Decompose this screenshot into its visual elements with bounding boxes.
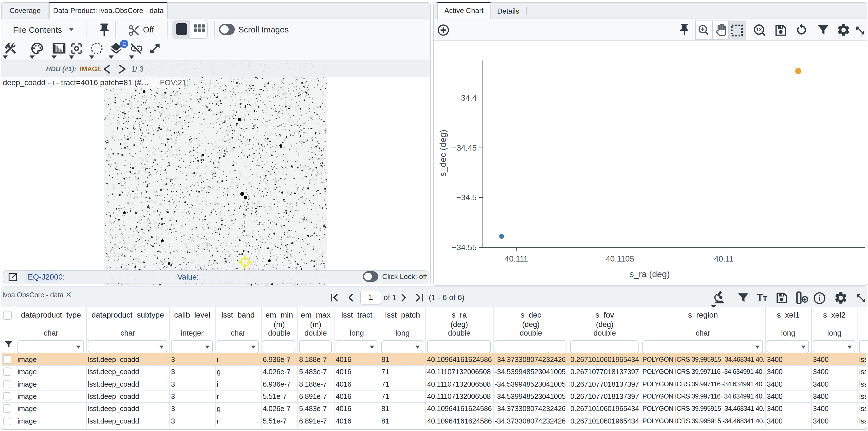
svg-text:T: T <box>763 294 767 303</box>
svg-text:1X: 1X <box>756 27 762 32</box>
svg-text:T: T <box>756 292 763 304</box>
